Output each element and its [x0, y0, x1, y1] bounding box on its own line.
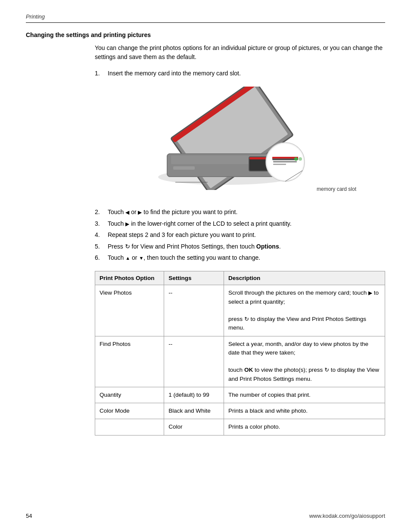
footer-url: www.kodak.com/go/aiosupport [309, 513, 385, 519]
arrow-down-icon: ▼ [139, 255, 143, 261]
section-title: Changing the settings and printing pictu… [26, 31, 385, 38]
table-row: Color Mode Black and White Prints a blac… [95, 403, 385, 419]
step-3-text: Touch ▶ in the lower-right corner of the… [108, 219, 385, 228]
col-header-option: Print Photos Option [95, 271, 164, 285]
page: Printing Changing the settings and print… [0, 0, 411, 532]
printer-illustration [149, 87, 313, 190]
step-6-text: Touch ▲ or ▼, then touch the setting you… [108, 253, 385, 262]
arrow-right-icon: ▶ [138, 209, 142, 215]
content-block: You can change the print photos options … [95, 44, 385, 436]
step-1: 1. Insert the memory card into the memor… [95, 68, 385, 78]
svg-rect-18 [273, 161, 297, 162]
table-row: Find Photos -- Select a year, month, and… [95, 336, 385, 387]
step-3-num: 3. [95, 219, 108, 228]
table-header-row: Print Photos Option Settings Description [95, 271, 385, 285]
step-5-num: 5. [95, 242, 108, 251]
svg-rect-13 [173, 166, 195, 170]
printer-image-area: memory card slot [95, 87, 385, 199]
option-cell [95, 419, 164, 435]
desc-cell: Select a year, month, and/or day to view… [224, 336, 385, 387]
step-5-text: Press ↺ for View and Print Photos Settin… [108, 242, 385, 251]
desc-cell: The number of copies that print. [224, 387, 385, 403]
step-4: 4. Repeat steps 2 and 3 for each picture… [95, 230, 385, 240]
step-4-text: Repeat steps 2 and 3 for each picture yo… [108, 230, 385, 240]
table-row: View Photos -- Scroll through the pictur… [95, 285, 385, 336]
memory-card-label: memory card slot [317, 186, 356, 192]
step-4-num: 4. [95, 230, 108, 240]
arrow-up-icon: ▲ [125, 255, 130, 261]
printer-svg: memory card slot [149, 87, 330, 199]
arrow-left-icon: ◀ [125, 209, 129, 215]
step-2-num: 2. [95, 207, 108, 217]
settings-cell: 1 (default) to 99 [164, 387, 224, 403]
step-1-num: 1. [95, 68, 108, 78]
desc-cell: Prints a color photo. [224, 419, 385, 435]
arrow-right-icon-2: ▶ [125, 221, 129, 227]
page-footer: 54 www.kodak.com/go/aiosupport [0, 513, 411, 519]
desc-cell: Prints a black and white photo. [224, 403, 385, 419]
table-row: Color Prints a color photo. [95, 419, 385, 435]
col-header-description: Description [224, 271, 385, 285]
desc-cell: Scroll through the pictures on the memor… [224, 285, 385, 336]
step-1-text: Insert the memory card into the memory c… [108, 68, 385, 78]
svg-rect-17 [272, 157, 298, 159]
steps-list: 1. Insert the memory card into the memor… [95, 68, 385, 78]
col-header-settings: Settings [164, 271, 224, 285]
option-cell: Find Photos [95, 336, 164, 387]
step-6-num: 6. [95, 253, 108, 262]
intro-text: You can change the print photos options … [95, 44, 385, 62]
step-2-text: Touch ◀ or ▶ to find the picture you wan… [108, 207, 385, 217]
page-header: Printing [26, 13, 385, 23]
svg-point-21 [299, 157, 302, 161]
settings-cell: -- [164, 336, 224, 387]
table-row: Quantity 1 (default) to 99 The number of… [95, 387, 385, 403]
steps-list-2: 2. Touch ◀ or ▶ to find the picture you … [95, 207, 385, 262]
options-table: Print Photos Option Settings Description… [95, 271, 385, 435]
page-number: 54 [26, 513, 32, 519]
refresh-icon-3: ↺ [324, 366, 329, 374]
option-cell: Quantity [95, 387, 164, 403]
step-2: 2. Touch ◀ or ▶ to find the picture you … [95, 207, 385, 217]
svg-point-20 [294, 157, 298, 161]
header-label: Printing [26, 13, 45, 20]
settings-cell: Color [164, 419, 224, 435]
arrow-right-icon-3: ▶ [368, 290, 372, 296]
option-cell: View Photos [95, 285, 164, 336]
settings-cell: Black and White [164, 403, 224, 419]
step-5: 5. Press ↺ for View and Print Photos Set… [95, 242, 385, 251]
step-3: 3. Touch ▶ in the lower-right corner of … [95, 219, 385, 228]
callout-line [175, 178, 210, 187]
settings-cell: -- [164, 285, 224, 336]
option-cell: Color Mode [95, 403, 164, 419]
refresh-icon: ↺ [125, 242, 130, 251]
step-6: 6. Touch ▲ or ▼, then touch the setting … [95, 253, 385, 262]
svg-rect-19 [273, 164, 286, 165]
refresh-icon-2: ↺ [244, 315, 249, 324]
